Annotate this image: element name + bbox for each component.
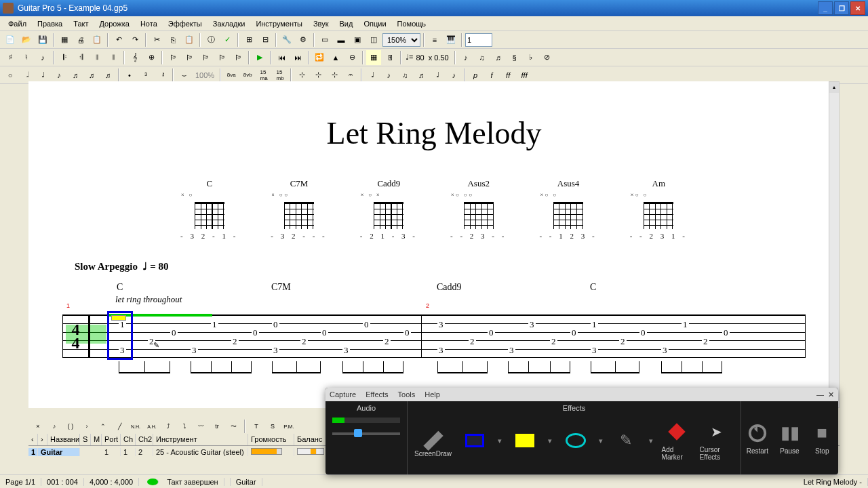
cursor-effects-tool[interactable]: ➤ Cursor Effects — [700, 420, 734, 461]
screendraw-tool[interactable]: ScreenDraw — [414, 424, 452, 458]
count-button[interactable]: ⊖ — [344, 50, 359, 65]
rect-dropdown-icon[interactable]: ▾ — [498, 436, 502, 445]
tab-fret[interactable]: 0 — [570, 327, 578, 338]
eighth-note[interactable]: ♪ — [52, 68, 66, 83]
dyn2[interactable]: ♪ — [381, 68, 396, 83]
piano-button[interactable]: 🎹 — [443, 33, 458, 47]
capture-min-button[interactable]: — — [816, 390, 824, 399]
fx-paren[interactable]: ( ) — [64, 420, 77, 432]
edit-cursor[interactable] — [107, 311, 133, 360]
col-port[interactable]: Port — [102, 434, 121, 445]
audio-slider[interactable] — [332, 432, 400, 435]
tool1-button[interactable]: ⊞ — [241, 33, 256, 47]
fx-bend[interactable]: ⤴ — [161, 420, 175, 432]
tr6-button[interactable]: ⊘ — [540, 50, 555, 65]
tab-fret[interactable]: 2 — [550, 336, 557, 347]
new-button[interactable]: 📄 — [3, 33, 18, 47]
stop-button[interactable]: ■Stop — [810, 422, 833, 455]
pen-dropdown-icon[interactable]: ▾ — [649, 436, 653, 445]
print-button[interactable]: 🖨 — [73, 33, 88, 47]
tab-fret[interactable]: 2 — [383, 336, 391, 347]
fx-hammer[interactable]: ⌃ — [96, 420, 110, 432]
rse-button[interactable]: ▦ — [366, 50, 381, 65]
oval-tool[interactable] — [561, 429, 591, 452]
fx1-button[interactable]: ⊹ — [294, 68, 309, 83]
fx-ah[interactable]: A.H. — [145, 420, 159, 432]
capture-menu-help[interactable]: Help — [425, 390, 440, 399]
natural-button[interactable]: ♮ — [19, 50, 34, 65]
staff-button[interactable]: ≡ — [427, 33, 442, 47]
open-button[interactable]: 📂 — [19, 33, 34, 47]
track-instr[interactable]: 25 - Acoustic Guitar (steel) — [153, 448, 248, 456]
oct15-up[interactable]: 15ma — [256, 68, 271, 83]
tab-fret[interactable]: 0 — [488, 327, 495, 338]
capture-menu-capture[interactable]: Capture — [330, 390, 356, 399]
tool2-button[interactable]: ⊟ — [258, 33, 273, 47]
loop-button[interactable]: 🔁 — [312, 50, 327, 65]
tool3-button[interactable]: 🔧 — [279, 33, 294, 47]
pen-tool[interactable]: ✎ — [611, 429, 641, 452]
menu-tools[interactable]: Инструменты — [250, 18, 308, 29]
sixtyfourth-note[interactable]: ♬ — [100, 68, 115, 83]
score-page[interactable]: Let Ring Melody C× ○- 3 2 - 1 - C7M× ○○-… — [28, 81, 840, 408]
tab-fret[interactable]: 3 — [191, 345, 198, 356]
tab-fret[interactable]: 0 — [272, 319, 279, 330]
fx-s[interactable]: S — [266, 420, 279, 432]
fx-trill[interactable]: tr — [210, 420, 224, 432]
fx-acc[interactable]: › — [80, 420, 94, 432]
redo-button[interactable]: ↷ — [127, 33, 142, 47]
col-ch[interactable]: Ch — [121, 434, 136, 445]
marker1-button[interactable]: 🏳 — [165, 50, 180, 65]
oct-dn[interactable]: 8vb — [240, 68, 255, 83]
tuplet-button[interactable]: ³ — [138, 68, 153, 83]
time-button[interactable]: ⊕ — [144, 50, 159, 65]
track-ch2[interactable]: 2 — [136, 448, 153, 456]
last-button[interactable]: ⏭ — [290, 50, 305, 65]
quarter-note[interactable]: ♩ — [35, 68, 50, 83]
track-vol[interactable] — [248, 448, 294, 456]
fx-x[interactable]: × — [31, 420, 45, 432]
dynfff[interactable]: fff — [517, 68, 532, 83]
print-preview-button[interactable]: 📋 — [90, 33, 104, 47]
play-button[interactable]: ▶ — [252, 50, 267, 65]
menu-help[interactable]: Помощь — [392, 18, 432, 29]
marker4-button[interactable]: 🏳 — [214, 50, 229, 65]
oct-up[interactable]: 8va — [224, 68, 239, 83]
menu-edit[interactable]: Правка — [32, 18, 68, 29]
col-m[interactable]: M — [91, 434, 102, 445]
fx-slide[interactable]: ╱ — [113, 420, 126, 432]
tab-fret[interactable]: 2 — [231, 336, 239, 347]
half-note[interactable]: 𝅗𝅥 — [19, 68, 34, 83]
fill-tool[interactable] — [510, 429, 540, 452]
rep3-button[interactable]: ⦀ — [90, 50, 104, 65]
col-s[interactable]: S — [80, 434, 91, 445]
rest-button[interactable]: 𝄽 — [155, 68, 170, 83]
tr5-button[interactable]: ♭ — [524, 50, 538, 65]
rep2-button[interactable]: 𝄇 — [73, 50, 88, 65]
dyn5[interactable]: ♩ — [430, 68, 445, 83]
tab-fret[interactable]: 3 — [591, 345, 598, 356]
view4-button[interactable]: ◫ — [366, 33, 381, 47]
tool4-button[interactable]: ⚙ — [296, 33, 311, 47]
metro-button[interactable]: ▲ — [328, 50, 343, 65]
oval-dropdown-icon[interactable]: ▾ — [599, 436, 603, 445]
clef-button[interactable]: 𝄞 — [127, 50, 142, 65]
tr3-button[interactable]: ♬ — [491, 50, 506, 65]
track-ch[interactable]: 1 — [121, 448, 136, 456]
menu-view[interactable]: Вид — [334, 18, 359, 29]
undo-button[interactable]: ↶ — [111, 33, 126, 47]
minimize-button[interactable]: _ — [818, 1, 833, 15]
mixer-button[interactable]: 🎚 — [382, 50, 397, 65]
menu-bar[interactable]: Такт — [68, 18, 94, 29]
menu-track[interactable]: Дорожка — [94, 18, 135, 29]
col-vol[interactable]: Громкость — [248, 434, 294, 445]
view3-button[interactable]: ▣ — [350, 33, 365, 47]
dynff[interactable]: ff — [500, 68, 515, 83]
close-button[interactable]: ✕ — [850, 1, 865, 15]
tab-staff[interactable]: 44 ✎ 13203120302030203320332031203120 — [62, 314, 806, 358]
fx-vib[interactable]: 〰 — [194, 420, 208, 432]
tab-fret[interactable]: 3 — [661, 345, 669, 356]
dynf[interactable]: f — [484, 68, 499, 83]
maximize-button[interactable]: ❐ — [834, 1, 849, 15]
tab-fret[interactable]: 3 — [508, 345, 515, 356]
